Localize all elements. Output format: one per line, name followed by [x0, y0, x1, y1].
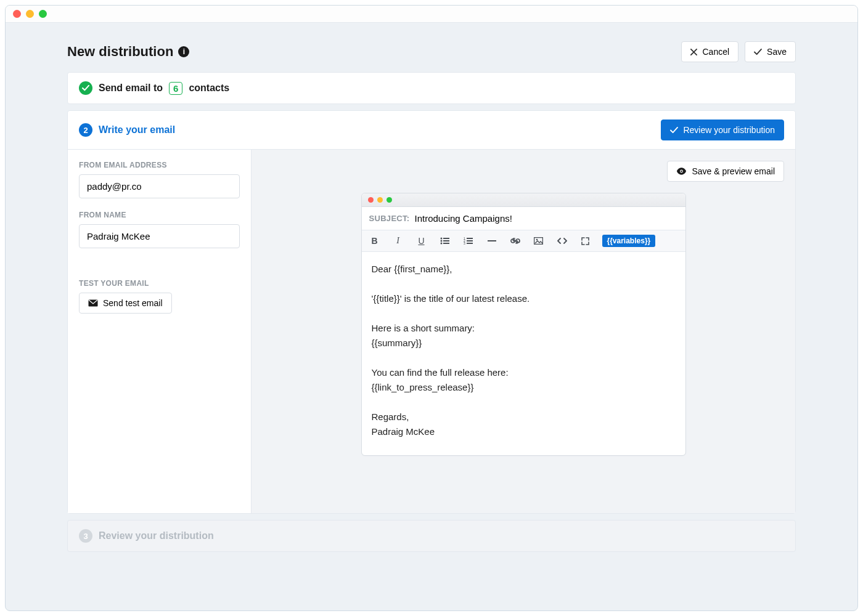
bullet-list-icon[interactable] [438, 234, 452, 248]
envelope-icon [88, 299, 98, 307]
svg-rect-4 [443, 238, 449, 239]
editor-toolbar: B I U 123 [362, 230, 685, 252]
email-editor-window: SUBJECT: B I U 123 [361, 193, 686, 456]
step-1-panel[interactable]: Send email to 6 contacts [67, 72, 796, 104]
window-fullscreen-icon[interactable] [39, 10, 47, 18]
page-canvas: New distribution i Cancel Save Send emai… [6, 23, 857, 610]
svg-rect-8 [443, 243, 449, 244]
svg-rect-10 [467, 238, 473, 239]
subject-input[interactable] [414, 213, 677, 224]
expand-icon[interactable] [579, 234, 592, 248]
window-minimize-icon[interactable] [26, 10, 34, 18]
step-2-panel: 2 Write your email Review your distribut… [67, 110, 796, 514]
email-body-editor[interactable]: Dear {{first_name}}, '{{title}}' is the … [362, 252, 685, 455]
svg-point-3 [441, 238, 443, 240]
svg-text:3: 3 [464, 241, 465, 245]
step-3-title: Review your distribution [99, 530, 214, 541]
svg-point-2 [681, 171, 683, 172]
page-title-text: New distribution [67, 44, 173, 60]
check-icon [670, 127, 678, 134]
code-icon[interactable] [555, 234, 569, 248]
from-name-input[interactable] [79, 224, 240, 248]
svg-rect-12 [467, 240, 473, 241]
step-2-number-badge: 2 [79, 123, 92, 137]
subject-row: SUBJECT: [362, 207, 685, 230]
bold-icon[interactable]: B [368, 234, 382, 248]
info-icon[interactable]: i [178, 46, 189, 57]
eye-icon [676, 168, 687, 175]
save-button-label: Save [767, 47, 787, 57]
italic-icon[interactable]: I [391, 234, 405, 248]
subject-label: SUBJECT: [369, 214, 410, 223]
horizontal-rule-icon[interactable] [485, 234, 499, 248]
editor-close-icon [368, 197, 374, 203]
svg-point-5 [441, 240, 443, 242]
save-preview-label: Save & preview email [692, 166, 775, 176]
send-test-email-button[interactable]: Send test email [79, 293, 172, 314]
check-icon [754, 49, 762, 55]
window-close-icon[interactable] [13, 10, 21, 18]
step-1-suffix: contacts [189, 83, 229, 94]
page-title: New distribution i [67, 44, 189, 60]
send-test-email-label: Send test email [103, 298, 163, 308]
svg-rect-14 [467, 243, 473, 244]
step-1-prefix: Send email to [99, 83, 163, 94]
email-settings-sidebar: FROM EMAIL ADDRESS FROM NAME TEST YOUR E… [68, 150, 252, 513]
underline-icon[interactable]: U [415, 234, 428, 248]
svg-rect-15 [488, 240, 496, 241]
editor-fullscreen-icon [387, 197, 392, 203]
editor-pane: Save & preview email SUBJECT: [252, 150, 795, 513]
link-icon[interactable] [509, 234, 522, 248]
step-2-title: Write your email [99, 124, 175, 136]
from-email-input[interactable] [79, 174, 240, 198]
review-distribution-button[interactable]: Review your distribution [661, 120, 784, 140]
step-2-header: 2 Write your email Review your distribut… [68, 111, 795, 150]
test-email-label: TEST YOUR EMAIL [79, 279, 240, 288]
from-email-label: FROM EMAIL ADDRESS [79, 161, 240, 169]
variables-button[interactable]: {{variables}} [602, 235, 656, 247]
step-2-body: FROM EMAIL ADDRESS FROM NAME TEST YOUR E… [68, 150, 795, 513]
close-icon [690, 49, 697, 55]
image-icon[interactable] [532, 234, 546, 248]
editor-minimize-icon [377, 197, 383, 203]
editor-titlebar [362, 193, 685, 207]
cancel-button-label: Cancel [702, 47, 729, 57]
save-preview-button[interactable]: Save & preview email [667, 161, 784, 182]
window-titlebar [6, 6, 857, 23]
app-window: New distribution i Cancel Save Send emai… [5, 5, 858, 611]
step-3-number-badge: 3 [79, 529, 92, 543]
step-3-panel: 3 Review your distribution [67, 520, 796, 552]
review-distribution-label: Review your distribution [683, 125, 775, 135]
save-button[interactable]: Save [745, 41, 796, 62]
step-complete-icon [79, 81, 92, 95]
svg-rect-6 [443, 240, 449, 241]
from-name-label: FROM NAME [79, 211, 240, 219]
svg-point-19 [536, 239, 538, 241]
cancel-button[interactable]: Cancel [681, 41, 738, 62]
contact-count-badge: 6 [169, 82, 182, 95]
svg-point-7 [441, 243, 443, 245]
numbered-list-icon[interactable]: 123 [462, 234, 475, 248]
page-header: New distribution i Cancel Save [67, 41, 796, 62]
